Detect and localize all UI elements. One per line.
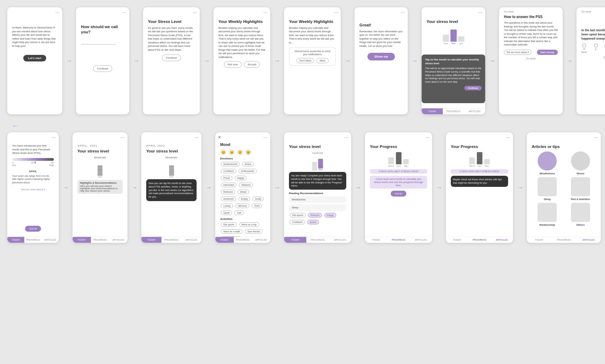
tag-walk[interactable]: Went for a walk xyxy=(221,229,242,234)
nav-articles[interactable]: ARTICLES xyxy=(464,108,485,114)
not-now-button[interactable]: Not now xyxy=(224,61,242,68)
option-0[interactable]: 0 Never xyxy=(581,44,587,53)
continue-graph-button[interactable]: Continue xyxy=(464,86,482,90)
show-me-button[interactable]: Show me xyxy=(367,53,395,60)
tag-nervous[interactable]: Nervous xyxy=(235,204,249,208)
nav-progress-mood[interactable]: PROGRESS xyxy=(234,237,252,243)
tag-achievement[interactable]: Achievement xyxy=(221,162,240,166)
nav-progress[interactable]: PROGRESS xyxy=(443,108,464,114)
tag-confident[interactable]: Confident xyxy=(221,169,236,173)
menu-dots-icon[interactable]: ··· xyxy=(594,134,598,140)
lets-start-button[interactable]: Let's start xyxy=(23,55,46,61)
go-back-q[interactable]: Go back xyxy=(581,10,591,13)
nav-today-b3[interactable]: TODAY xyxy=(141,237,161,243)
tag-afraid[interactable]: Afraid xyxy=(238,190,249,194)
tag-lonely[interactable]: Lonely xyxy=(221,204,233,208)
continue-stress-button[interactable]: Continue xyxy=(162,55,181,61)
emoji-2[interactable]: 😟 xyxy=(237,149,243,155)
menu-dots-icon[interactable]: ··· xyxy=(52,134,56,140)
checkbox-0[interactable] xyxy=(582,44,586,47)
menu-dots-icon[interactable]: ··· xyxy=(263,134,267,140)
nav-today-b2[interactable]: TODAY xyxy=(73,237,91,243)
accept-button[interactable]: Accept xyxy=(244,61,260,68)
reading-mindfulness[interactable]: Mindfulness xyxy=(289,196,346,203)
tag-happy[interactable]: Happy xyxy=(235,176,247,180)
go-back-link-2[interactable]: Go back xyxy=(504,57,558,60)
menu-dots-icon[interactable]: ··· xyxy=(121,134,125,140)
tell-more-button[interactable]: Tell me more about it xyxy=(504,50,531,55)
nav-articles-mood[interactable]: ARTICLES xyxy=(252,237,270,243)
tag-proud[interactable]: Proud xyxy=(221,176,232,180)
tag-upset[interactable]: Upset xyxy=(221,210,232,215)
emoji-1[interactable]: 😐 xyxy=(229,149,235,155)
menu-dots-icon[interactable]: ··· xyxy=(334,9,338,15)
tag-guilty[interactable]: Guilty xyxy=(252,197,264,201)
tag-tired[interactable]: Tired xyxy=(252,204,262,208)
go-back-link[interactable]: Go back xyxy=(504,10,558,13)
menu-dots-icon[interactable]: ··· xyxy=(344,134,348,140)
nav-articles-p2[interactable]: ARTICLES xyxy=(491,237,513,243)
nav-progress-b3[interactable]: PROGRESS xyxy=(161,237,182,243)
article-others[interactable]: Others xyxy=(565,203,596,226)
nav-articles-b5[interactable]: ARTICLES xyxy=(329,237,351,243)
nav-articles-p1[interactable]: ARTICLES xyxy=(410,237,432,243)
article-stress[interactable]: Stress xyxy=(565,151,596,175)
tag-sad[interactable]: Sad xyxy=(234,210,243,215)
menu-dots-icon[interactable]: ··· xyxy=(506,134,510,140)
nav-articles-b3[interactable]: ARTICLES xyxy=(181,237,201,243)
tag-confident-r[interactable]: Confident xyxy=(290,220,305,224)
got-it-b1[interactable]: Got it! xyxy=(25,226,41,232)
menu-dots-icon[interactable]: ··· xyxy=(193,9,197,15)
tag-did-sports[interactable]: Did sports xyxy=(221,222,237,227)
menu-dots-icon[interactable]: ··· xyxy=(401,9,405,15)
menu-dots-icon[interactable]: ··· xyxy=(263,9,267,15)
nav-articles-b2[interactable]: ARTICLES xyxy=(109,237,127,243)
nav-today-p1[interactable]: TODAY xyxy=(365,237,387,243)
nav-progress-p2[interactable]: PROGRESS xyxy=(468,237,490,243)
got-it-progress[interactable]: Got it! xyxy=(391,191,406,197)
tag-active[interactable]: Active xyxy=(242,162,254,166)
nav-progress-b2[interactable]: PROGRESS xyxy=(91,237,109,243)
tag-trip[interactable]: Went on a trip xyxy=(239,222,259,227)
nav-today[interactable]: TODAY xyxy=(422,108,443,114)
nav-progress-p1[interactable]: PROGRESS xyxy=(387,237,409,243)
nav-articles-art[interactable]: ARTICLES xyxy=(576,237,601,243)
allow-button[interactable]: Allow xyxy=(316,58,329,63)
name-input[interactable] xyxy=(81,40,116,44)
menu-dots-icon[interactable]: ··· xyxy=(478,9,482,15)
menu-dots-icon[interactable]: ··· xyxy=(194,134,199,140)
tag-relaxed-p[interactable]: Relaxed xyxy=(308,213,322,217)
nav-today-b1[interactable]: TODAY xyxy=(7,237,24,243)
article-relationship[interactable]: Relationship xyxy=(532,203,563,226)
continue-name-button[interactable]: Continue xyxy=(93,65,112,72)
tag-empty[interactable]: Empty xyxy=(239,197,250,201)
close-icon[interactable]: × xyxy=(218,134,221,140)
start-survey-button[interactable]: Start survey xyxy=(537,50,558,55)
tell-more-b1[interactable]: Tell me more about it xyxy=(21,188,45,191)
tag-ashamed[interactable]: Ashamed xyxy=(221,197,236,201)
tag-friends[interactable]: Saw friends xyxy=(245,229,263,234)
option-1[interactable]: 1 xyxy=(594,44,598,53)
tag-interested[interactable]: Interested xyxy=(221,183,237,187)
nav-progress-art[interactable]: PROGRESS xyxy=(552,237,576,243)
tag-relaxed[interactable]: Relaxed xyxy=(239,183,253,187)
reading-sleep[interactable]: Sleep xyxy=(289,204,346,211)
tag-active-r[interactable]: Active xyxy=(307,220,319,224)
emoji-0[interactable]: 😊 xyxy=(220,149,226,155)
nav-progress-b5[interactable]: PROGRESS xyxy=(306,237,329,243)
menu-dots-icon[interactable]: ··· xyxy=(55,9,59,15)
dont-allow-button[interactable]: Don't Allow xyxy=(296,58,314,63)
menu-dots-icon[interactable]: ··· xyxy=(122,9,126,15)
tag-enthusiastic[interactable]: Enthusiastic xyxy=(239,169,257,173)
article-sleep[interactable]: Sleep xyxy=(532,177,563,201)
menu-dots-icon[interactable]: ··· xyxy=(425,134,429,140)
go-back-q2[interactable]: Go back xyxy=(581,56,605,59)
checkbox-1[interactable] xyxy=(594,44,598,47)
nav-today-mood[interactable]: TODAY xyxy=(215,237,234,243)
nav-today-b5[interactable]: TODAY xyxy=(284,237,306,243)
tag-old-sports[interactable]: Old sports xyxy=(290,213,306,217)
emoji-3[interactable]: 😢 xyxy=(245,149,251,155)
nav-progress-b1[interactable]: PROGRESS xyxy=(24,237,41,243)
tag-happy-p[interactable]: Happy xyxy=(324,213,336,217)
nav-today-p2[interactable]: TODAY xyxy=(446,237,468,243)
